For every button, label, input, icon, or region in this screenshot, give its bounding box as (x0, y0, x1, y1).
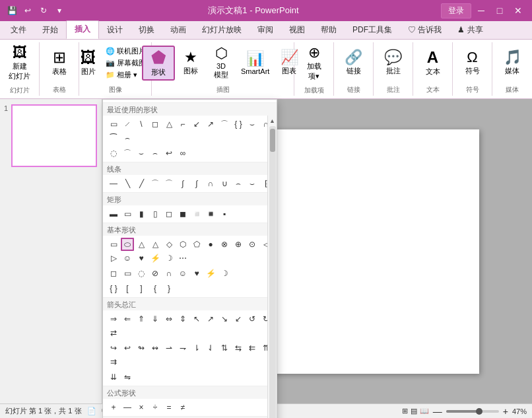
shape-item[interactable]: ▬ (107, 207, 120, 221)
shape-item[interactable]: ☽ (162, 252, 176, 265)
shape-item[interactable]: { } (107, 282, 120, 295)
shape-item[interactable]: ⌒ (162, 177, 176, 190)
shape-item[interactable]: ↪ (107, 341, 120, 355)
shape-item[interactable]: ⇅ (218, 341, 231, 355)
tab-home[interactable]: 开始 (34, 22, 66, 39)
shape-item[interactable]: ⌢ (149, 147, 162, 160)
shape-item[interactable]: ⌐ (176, 118, 189, 131)
shape-item[interactable]: ∩ (204, 177, 217, 190)
shape-item[interactable]: ↩ (121, 341, 134, 355)
shape-item[interactable]: ⇂ (190, 341, 203, 355)
dropdown-scrollbar[interactable]: ▲ ▼ (267, 116, 277, 418)
customize-icon[interactable]: ▾ (53, 4, 66, 17)
shape-item[interactable]: ▭ (107, 118, 120, 131)
shape-item[interactable]: { } (232, 118, 245, 131)
tab-animation[interactable]: 动画 (162, 22, 194, 39)
shape-item[interactable]: ⇁ (176, 341, 189, 355)
redo-icon[interactable]: ↻ (37, 4, 50, 17)
shape-item[interactable]: ⇄ (107, 326, 120, 339)
shape-item[interactable]: = (162, 401, 176, 414)
shape-item-selected[interactable]: ⬭ (121, 238, 134, 251)
shape-item[interactable]: ⌢ (232, 177, 245, 190)
shape-item[interactable]: ↖ (190, 312, 203, 326)
shape-item[interactable]: ▮ (135, 207, 148, 221)
shape-item[interactable]: ♥ (190, 267, 203, 280)
shape-item[interactable]: ⌣ (246, 118, 259, 131)
shape-item[interactable]: ⇕ (176, 312, 189, 326)
undo-icon[interactable]: ↩ (21, 4, 34, 17)
tab-transition[interactable]: 切换 (131, 22, 162, 39)
tab-share[interactable]: ♟ 共享 (449, 22, 490, 39)
shape-item[interactable]: ╲ (121, 177, 134, 190)
shape-item[interactable]: ⚡ (204, 267, 217, 280)
tab-insert[interactable]: 插入 (66, 20, 99, 39)
text-button[interactable]: A 文本 (418, 48, 448, 79)
shape-item[interactable]: ◇ (162, 238, 176, 251)
tab-tell[interactable]: ♡ 告诉我 (400, 22, 449, 39)
shape-item[interactable]: ⇋ (121, 370, 134, 384)
shape-item[interactable]: ↺ (246, 312, 259, 326)
shape-item[interactable]: ⊕ (232, 238, 245, 251)
shape-item[interactable]: ▯ (149, 207, 162, 221)
shape-item[interactable]: — (107, 177, 120, 190)
shape-item[interactable]: ⇑ (135, 312, 148, 326)
shape-item[interactable]: ÷ (149, 401, 162, 414)
shape-item[interactable]: — (121, 401, 134, 414)
tab-review[interactable]: 审阅 (249, 22, 281, 39)
shape-item[interactable]: ∫ (190, 177, 203, 190)
slide-thumbnail[interactable] (11, 104, 97, 167)
shape-item[interactable]: ↗ (204, 118, 217, 131)
shape-item[interactable]: ⌒ (121, 147, 134, 160)
shape-item[interactable]: + (107, 401, 120, 414)
shape-item[interactable]: △ (135, 238, 148, 251)
new-slide-button[interactable]: 🖼 新建幻灯片 (5, 44, 34, 83)
icons-button[interactable]: ★ 图标 (176, 48, 205, 78)
view-reading-icon[interactable]: 📖 (420, 407, 429, 415)
shape-item[interactable]: ⇉ (107, 355, 120, 368)
scroll-thumb[interactable] (270, 129, 275, 152)
shape-item[interactable]: [ (121, 282, 134, 295)
3d-model-button[interactable]: ⬡ 3D模型 (207, 44, 236, 82)
shape-item[interactable]: ⌢ (121, 131, 134, 145)
shape-item[interactable]: ↭ (149, 341, 162, 355)
tab-slideshow[interactable]: 幻灯片放映 (194, 22, 249, 39)
shape-item[interactable]: ◼ (176, 207, 189, 221)
zoom-handle[interactable] (476, 408, 482, 415)
shape-item[interactable]: ⇃ (204, 341, 217, 355)
shape-item[interactable]: ↗ (204, 312, 217, 326)
addins-button[interactable]: ⊕ 加载项▾ (300, 44, 329, 83)
shape-item[interactable]: ] (135, 282, 148, 295)
shape-item[interactable]: ⇓ (149, 312, 162, 326)
shape-item[interactable]: ⇇ (246, 341, 259, 355)
shape-item[interactable]: ◾ (204, 207, 217, 221)
picture-button[interactable]: 🖼 图片 (77, 48, 100, 79)
close-button[interactable]: ✕ (510, 4, 527, 17)
shape-item[interactable]: \ (135, 118, 148, 131)
shape-item[interactable]: ⊗ (218, 238, 231, 251)
shape-item[interactable]: ↩ (162, 147, 176, 160)
tab-pdftools[interactable]: PDF工具集 (345, 22, 400, 39)
link-button[interactable]: 🔗 链接 (339, 48, 368, 78)
shape-item[interactable]: ⌒ (218, 118, 231, 131)
tab-file[interactable]: 文件 (3, 22, 34, 39)
shape-item[interactable]: ∫ (176, 177, 189, 190)
shape-item[interactable]: ⚡ (149, 252, 162, 265)
shape-item[interactable]: ↘ (218, 312, 231, 326)
shape-item[interactable]: ⌒ (149, 177, 162, 190)
shape-item[interactable]: ↬ (135, 341, 148, 355)
shape-item[interactable]: × (135, 401, 148, 414)
minimize-button[interactable]: ─ (473, 4, 490, 17)
shape-item[interactable]: ☽ (218, 267, 231, 280)
shape-item[interactable]: △ (149, 238, 162, 251)
shape-item[interactable]: { (149, 282, 162, 295)
shape-item[interactable]: ◌ (107, 147, 120, 160)
shape-item[interactable]: ▭ (107, 238, 120, 251)
shape-item[interactable]: ⊙ (246, 238, 259, 251)
shape-item[interactable]: ⇒ (107, 312, 120, 326)
comment-button[interactable]: 💬 批注 (379, 48, 408, 78)
shape-item[interactable]: ⇆ (232, 341, 245, 355)
shape-item[interactable]: ⬠ (190, 238, 203, 251)
shape-item[interactable]: ⇐ (121, 312, 134, 326)
shape-item[interactable]: ⟋ (121, 118, 134, 131)
shape-item[interactable]: ☺ (176, 267, 189, 280)
